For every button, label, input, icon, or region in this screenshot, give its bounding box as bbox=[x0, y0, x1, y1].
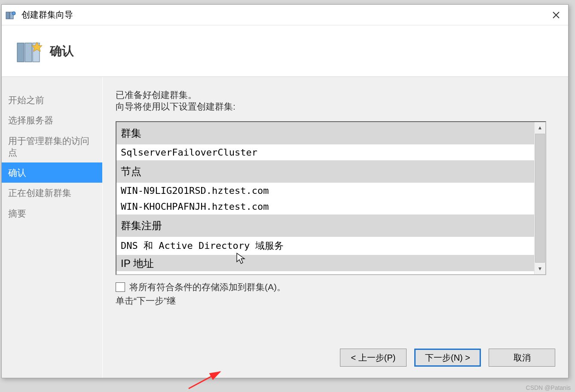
next-hint: 单击“下一步”继 bbox=[116, 295, 555, 307]
add-storage-row: 将所有符合条件的存储添加到群集(A)。 bbox=[116, 281, 555, 293]
wizard-window: 创建群集向导 确认 开始之前 选择服务器 用于管理群集的访问点 确认 正在创建新… bbox=[1, 4, 569, 378]
sidebar-step-summary[interactable]: 摘要 bbox=[2, 203, 102, 224]
sidebar-step-confirmation[interactable]: 确认 bbox=[2, 162, 102, 183]
summary-cluster-name: SqlserverFailoverCluster bbox=[116, 144, 534, 160]
intro-text: 已准备好创建群集。 向导将使用以下设置创建群集: bbox=[116, 89, 555, 113]
scroll-thumb[interactable] bbox=[535, 134, 545, 263]
app-icon bbox=[5, 10, 17, 20]
summary-registration: DNS 和 Active Directory 域服务 bbox=[116, 237, 534, 255]
add-storage-label: 将所有符合条件的存储添加到群集(A)。 bbox=[129, 281, 286, 293]
wizard-step-title: 确认 bbox=[50, 43, 74, 59]
summary-scrollbar[interactable]: ▲ ▼ bbox=[534, 122, 545, 274]
window-title: 创建群集向导 bbox=[21, 9, 73, 21]
wizard-buttons: < 上一步(P) 下一步(N) > 取消 bbox=[116, 349, 555, 369]
add-storage-checkbox[interactable] bbox=[116, 282, 125, 292]
summary-node-2: WIN-KHOCHPAFNJH.hztest.com bbox=[116, 199, 534, 214]
summary-head-registration: 群集注册 bbox=[116, 214, 534, 237]
svg-line-7 bbox=[189, 372, 220, 389]
sidebar-step-access-point[interactable]: 用于管理群集的访问点 bbox=[2, 131, 102, 163]
intro-line2: 向导将使用以下设置创建群集: bbox=[116, 101, 236, 111]
annotation-arrow-icon bbox=[187, 369, 225, 391]
wizard-sidebar: 开始之前 选择服务器 用于管理群集的访问点 确认 正在创建新群集 摘要 bbox=[2, 77, 103, 378]
wizard-header: 确认 bbox=[2, 25, 568, 77]
sidebar-step-creating[interactable]: 正在创建新群集 bbox=[2, 183, 102, 203]
sidebar-step-before-begin[interactable]: 开始之前 bbox=[2, 90, 102, 110]
wizard-header-icon bbox=[15, 36, 45, 66]
summary-head-nodes: 节点 bbox=[116, 160, 534, 183]
summary-content: 群集 SqlserverFailoverCluster 节点 WIN-N9LIG… bbox=[116, 122, 534, 274]
intro-line1: 已准备好创建群集。 bbox=[116, 90, 197, 100]
scroll-up-icon[interactable]: ▲ bbox=[535, 122, 545, 133]
scroll-down-icon[interactable]: ▼ bbox=[535, 263, 545, 274]
prev-button[interactable]: < 上一步(P) bbox=[340, 349, 407, 367]
wizard-main: 已准备好创建群集。 向导将使用以下设置创建群集: 群集 SqlserverFai… bbox=[103, 77, 568, 378]
svg-rect-4 bbox=[25, 43, 32, 62]
svg-rect-3 bbox=[17, 43, 24, 62]
summary-head-cluster: 群集 bbox=[116, 122, 534, 144]
summary-head-ip: IP 地址 bbox=[116, 255, 534, 271]
summary-node-1: WIN-N9LIG2O1RSD.hztest.com bbox=[116, 183, 534, 199]
next-button[interactable]: 下一步(N) > bbox=[414, 349, 481, 367]
wizard-body: 开始之前 选择服务器 用于管理群集的访问点 确认 正在创建新群集 摘要 已准备好… bbox=[2, 77, 568, 378]
titlebar: 创建群集向导 bbox=[2, 5, 568, 25]
cancel-button[interactable]: 取消 bbox=[489, 349, 555, 367]
summary-listbox: 群集 SqlserverFailoverCluster 节点 WIN-N9LIG… bbox=[116, 121, 546, 275]
svg-rect-0 bbox=[6, 12, 9, 19]
watermark: CSDN @Patanis bbox=[526, 384, 571, 391]
svg-point-2 bbox=[12, 12, 15, 15]
sidebar-step-select-servers[interactable]: 选择服务器 bbox=[2, 110, 102, 130]
close-button[interactable] bbox=[547, 6, 565, 24]
